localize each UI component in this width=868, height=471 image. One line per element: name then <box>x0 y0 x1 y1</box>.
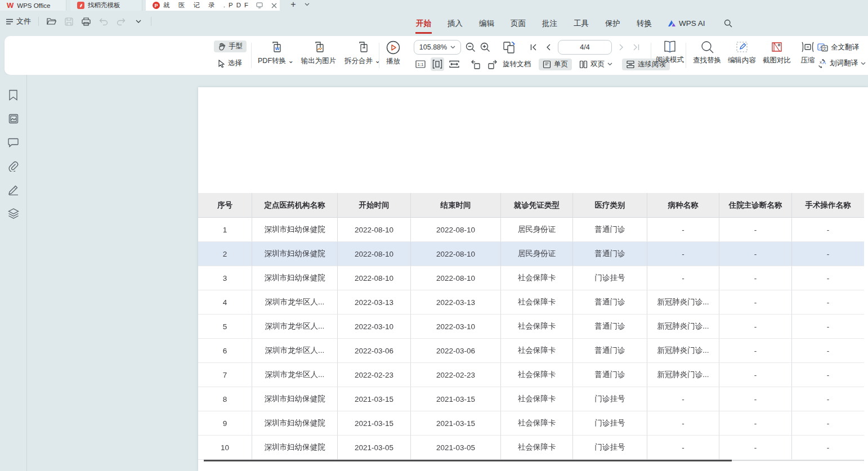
actual-size-button[interactable]: 1:1 <box>414 57 427 71</box>
table-cell: 新冠肺炎门诊... <box>647 315 719 339</box>
read-mode-button[interactable]: 阅读模式 <box>653 41 687 65</box>
table-cell: - <box>792 315 864 339</box>
thumbnails-icon[interactable] <box>8 113 19 124</box>
next-page-button[interactable] <box>616 42 627 53</box>
select-tool-button[interactable]: 选择 <box>214 57 246 69</box>
col-header: 定点医药机构名称 <box>252 193 338 218</box>
table-cell: - <box>719 339 792 363</box>
single-page-button[interactable]: 单页 <box>539 59 572 70</box>
hand-tool-button[interactable]: 手型 <box>214 41 247 52</box>
table-cell: 2021-03-15 <box>338 387 411 411</box>
menu-item-wps-ai[interactable]: WPS AI <box>668 19 705 28</box>
rotate-left-icon[interactable] <box>469 57 482 71</box>
undo-icon[interactable] <box>99 16 109 26</box>
chevron-down-icon <box>450 46 455 49</box>
play-button[interactable]: 播放 <box>386 41 400 66</box>
table-cell: 2022-08-10 <box>338 266 411 290</box>
table-cell: 7 <box>198 363 252 387</box>
document-title: 就 医 记 录 .PDF <box>163 1 252 10</box>
table-row: 2深圳市妇幼保健院2022-08-102022-08-10居民身份证普通门诊--… <box>198 242 864 266</box>
signature-icon[interactable] <box>8 184 19 195</box>
compress-icon <box>800 41 815 53</box>
menu-item-tools[interactable]: 工具 <box>573 11 589 36</box>
cursor-icon <box>218 60 225 68</box>
table-bottom-border <box>204 460 732 461</box>
menu-item-insert[interactable]: 插入 <box>447 11 463 36</box>
zoom-in-button[interactable] <box>480 42 490 53</box>
rotate-doc-label[interactable]: 旋转文档 <box>503 60 531 69</box>
table-cell: 2021-03-05 <box>411 436 501 460</box>
quick-access-chevron-icon[interactable] <box>133 16 144 26</box>
comments-icon[interactable] <box>8 137 19 148</box>
tab-list-chevron-icon[interactable] <box>302 0 311 9</box>
print-icon[interactable] <box>81 16 91 26</box>
fit-width-button[interactable] <box>448 57 461 71</box>
last-page-button[interactable] <box>631 42 641 53</box>
close-tab-icon[interactable] <box>270 1 279 10</box>
replace-pages-icon[interactable] <box>502 42 517 53</box>
single-page-icon <box>543 60 551 69</box>
table-cell: - <box>719 436 792 460</box>
fit-page-button[interactable] <box>431 57 444 71</box>
layers-icon[interactable] <box>8 208 19 219</box>
edit-content-button[interactable]: 编辑内容 <box>726 41 758 65</box>
find-replace-button[interactable]: 查找替换 <box>691 41 723 65</box>
table-row: 7深圳市龙华区人...2022-02-232022-02-23社会保障卡普通门诊… <box>198 363 864 387</box>
table-cell: 8 <box>198 387 252 411</box>
rotate-right-icon[interactable] <box>486 57 499 71</box>
first-page-button[interactable] <box>529 42 539 53</box>
tab-label: 找稻壳模板 <box>88 1 120 10</box>
attachment-icon[interactable] <box>8 160 19 172</box>
table-row: 1深圳市妇幼保健院2022-08-102022-08-10居民身份证普通门诊--… <box>198 218 864 242</box>
table-cell: - <box>719 411 792 436</box>
table-cell: 2022-08-10 <box>411 218 501 242</box>
book-icon <box>663 41 677 53</box>
table-cell: 3 <box>198 266 252 290</box>
table-cell: - <box>719 363 792 387</box>
table-cell: 2022-03-06 <box>338 339 411 363</box>
tab-bar: W WPS Office 找稻壳模板 P 就 医 记 录 .PDF + <box>0 0 868 11</box>
tab-document-active[interactable]: P 就 医 记 录 .PDF <box>146 0 280 11</box>
pdf-convert-button[interactable]: W PDF转换 ⌄ <box>258 41 294 66</box>
table-cell: 社会保障卡 <box>501 363 573 387</box>
open-file-icon[interactable] <box>46 16 56 26</box>
menu-item-convert[interactable]: 转换 <box>636 11 652 36</box>
page-number-input[interactable]: 4/4 <box>558 40 612 55</box>
save-icon[interactable] <box>64 16 74 26</box>
tab-wps-office[interactable]: W WPS Office <box>0 0 66 11</box>
split-merge-button[interactable]: 拆分合并 ⌄ <box>342 41 383 66</box>
zoom-select[interactable]: 105.88% <box>414 40 461 55</box>
full-translate-button[interactable]: A 文 全文翻译 <box>817 43 859 52</box>
menu-item-protect[interactable]: 保护 <box>605 11 621 36</box>
table-cell: 普通门诊 <box>573 218 647 242</box>
file-menu[interactable]: 文件 <box>6 16 31 26</box>
table-cell: 2 <box>198 242 252 266</box>
table-cell: 社会保障卡 <box>501 339 573 363</box>
table-row: 4深圳市龙华区人...2022-03-132022-03-13社会保障卡普通门诊… <box>198 290 864 315</box>
menu-item-page[interactable]: 页面 <box>510 11 526 36</box>
wps-ai-icon <box>668 20 676 27</box>
table-cell: 2021-03-05 <box>338 436 411 460</box>
menu-search-icon[interactable] <box>724 19 732 28</box>
pdf-file-icon: P <box>153 2 160 9</box>
screenshot-compare-button[interactable]: 截图对比 <box>761 41 793 65</box>
table-row: 5深圳市龙华区人...2022-03-102022-03-10社会保障卡普通门诊… <box>198 315 864 339</box>
prev-page-button[interactable] <box>543 42 553 53</box>
word-translate-button[interactable]: x A 划词翻译 <box>817 59 866 68</box>
table-cell: 2022-08-10 <box>411 266 501 290</box>
double-page-button[interactable]: 双页 <box>575 59 616 70</box>
menu-item-home[interactable]: 开始 <box>415 11 432 36</box>
svg-text:W: W <box>275 46 280 51</box>
table-cell: 深圳市龙华区人... <box>252 363 338 387</box>
zoom-out-button[interactable] <box>466 42 476 53</box>
compress-button[interactable]: 压缩 <box>796 41 820 65</box>
menu-item-edit[interactable]: 编辑 <box>478 11 495 36</box>
bookmark-icon[interactable] <box>8 89 19 101</box>
redo-icon[interactable] <box>116 16 126 26</box>
tab-docer[interactable]: 找稻壳模板 <box>70 0 142 11</box>
export-image-button[interactable]: 输出为图片 <box>297 41 340 66</box>
new-tab-button[interactable]: + <box>289 0 298 9</box>
monitor-icon[interactable] <box>255 1 264 10</box>
menu-item-comment[interactable]: 批注 <box>542 11 558 36</box>
table-cell: 深圳市妇幼保健院 <box>252 411 338 436</box>
